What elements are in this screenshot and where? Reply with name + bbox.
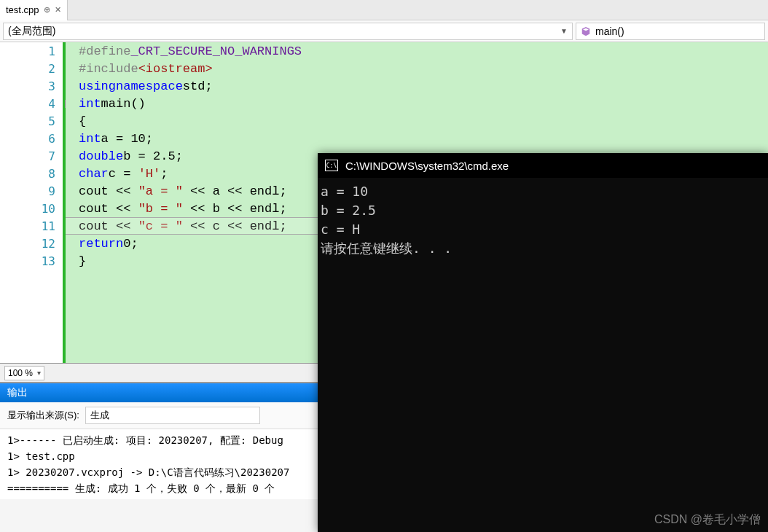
output-source-label: 显示输出来源(S): <box>7 409 79 422</box>
line-number: 6 <box>0 130 63 147</box>
console-line: c = H <box>321 220 765 239</box>
code-line[interactable]: { <box>79 112 768 130</box>
line-number: 9 <box>0 182 63 200</box>
output-source-dropdown[interactable]: 生成 <box>85 407 260 424</box>
navigation-bar: (全局范围) ▼ main() <box>0 20 768 42</box>
line-number: 7 <box>0 147 63 165</box>
line-number: 3 <box>0 77 63 95</box>
scope-dropdown[interactable]: (全局范围) ▼ <box>3 23 573 40</box>
chevron-down-icon: ▼ <box>560 27 568 35</box>
code-line[interactable]: #include<iostream> <box>79 60 768 77</box>
console-window[interactable]: C:\ C:\WINDOWS\system32\cmd.exe a = 10b … <box>318 153 768 532</box>
line-number: 11 <box>0 217 63 235</box>
pin-icon[interactable]: ⊕ <box>44 5 50 15</box>
console-output[interactable]: a = 10b = 2.5c = H请按任意键继续. . . <box>318 178 768 262</box>
line-number: 4− <box>0 95 63 112</box>
line-number: 8 <box>0 165 63 182</box>
code-line[interactable]: #define _CRT_SECURE_NO_WARNINGS <box>79 42 768 60</box>
console-titlebar[interactable]: C:\ C:\WINDOWS\system32\cmd.exe <box>318 153 768 178</box>
chevron-down-icon: ▾ <box>37 369 41 377</box>
tab-bar: test.cpp ⊕ ✕ <box>0 0 768 20</box>
line-number: 2 <box>0 60 63 77</box>
code-line[interactable]: int a = 10; <box>79 130 768 147</box>
file-tab[interactable]: test.cpp ⊕ ✕ <box>0 0 68 20</box>
zoom-value: 100 % <box>8 368 33 378</box>
watermark: CSDN @卷毛小学僧 <box>654 512 761 528</box>
tab-filename: test.cpp <box>6 4 39 15</box>
close-icon[interactable]: ✕ <box>55 5 61 15</box>
console-line: 请按任意键继续. . . <box>321 239 765 258</box>
function-dropdown[interactable]: main() <box>576 23 765 40</box>
line-number: 5 <box>0 112 63 130</box>
zoom-dropdown[interactable]: 100 % ▾ <box>4 366 44 380</box>
line-number: 13 <box>0 252 63 270</box>
code-line[interactable]: int main() <box>79 95 768 112</box>
cube-icon <box>581 26 591 36</box>
line-number: 10 <box>0 200 63 217</box>
line-number: 1 <box>0 42 63 60</box>
function-label: main() <box>595 26 624 37</box>
console-line: b = 2.5 <box>321 201 765 220</box>
line-gutter: 1234−5678910111213 <box>0 42 66 363</box>
cmd-icon: C:\ <box>325 160 338 171</box>
output-source-value: 生成 <box>90 410 109 420</box>
code-line[interactable]: using namespace std; <box>79 77 768 95</box>
console-title-text: C:\WINDOWS\system32\cmd.exe <box>345 160 509 172</box>
console-line: a = 10 <box>321 182 765 201</box>
scope-label: (全局范围) <box>8 25 55 38</box>
line-number: 12 <box>0 235 63 252</box>
